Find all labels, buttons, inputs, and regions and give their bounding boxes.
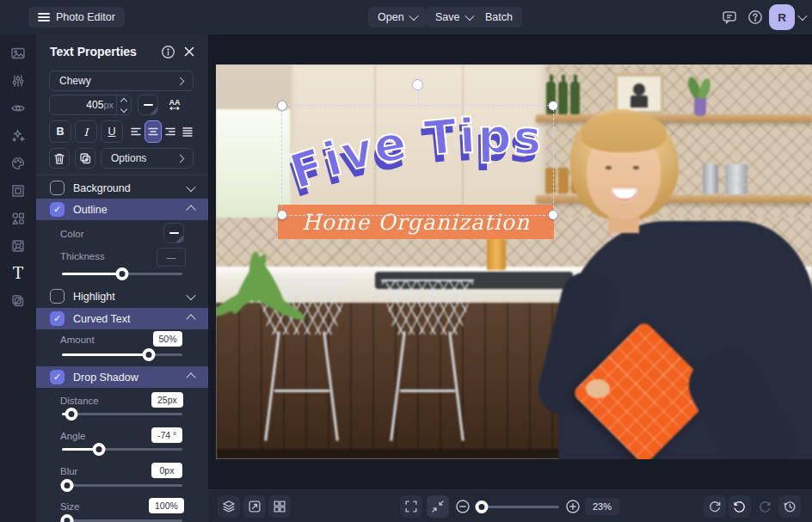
font-family-select[interactable]: Chewy [49,71,194,91]
chevron-right-icon [176,154,185,163]
eye-icon[interactable] [10,101,26,116]
font-size-stepper[interactable] [116,95,131,114]
angle-value[interactable]: -74 ° [151,427,182,443]
zoom-level-value[interactable]: 23% [585,498,619,515]
selection-handle-nw[interactable] [278,101,286,110]
stool [381,279,474,443]
section-drop-shadow[interactable]: ✓ Drop Shadow [36,366,208,388]
angle-label: Angle [60,431,85,441]
size-slider[interactable] [62,513,182,522]
zoom-out-icon[interactable] [454,498,471,515]
amount-value[interactable]: 50% [153,331,182,347]
italic-button[interactable]: I [75,120,97,143]
reset-icon[interactable] [704,495,726,518]
curved-text-checkbox[interactable]: ✓ [50,311,65,326]
open-button[interactable]: Open [368,7,427,28]
slider-handle[interactable] [116,267,129,280]
account-chevron-icon[interactable] [797,11,807,21]
section-background[interactable]: Background [36,177,208,199]
app-title: Photo Editor [56,11,115,23]
canvas-resize-icon[interactable] [243,495,266,518]
letter-spacing-button[interactable]: AA [164,95,185,115]
slider-handle[interactable] [60,514,73,522]
font-size-input[interactable]: 405px [49,95,132,115]
slider-handle[interactable] [475,501,488,513]
photo-canvas[interactable]: Home Organization Five Tips [216,64,812,459]
redo-icon[interactable] [754,495,776,518]
selection-handle-sw[interactable] [278,211,286,219]
chevron-down-icon [409,11,418,21]
slider-handle[interactable] [142,348,155,361]
thickness-value[interactable]: — [157,248,186,267]
grid-icon[interactable] [268,495,291,518]
text-color-swatch[interactable] [138,95,158,115]
slider-handle[interactable] [65,408,78,421]
text-selection-box[interactable] [281,105,554,216]
align-justify-button[interactable] [179,120,196,143]
menu-button[interactable]: Photo Editor [28,7,125,28]
size-label: Size [60,501,79,512]
delete-text-button[interactable] [49,148,70,169]
thickness-slider[interactable] [62,267,182,280]
rotate-stem [418,89,419,105]
frame-icon[interactable] [10,183,26,199]
outline-checkbox[interactable]: ✓ [50,202,65,217]
fit-screen-icon[interactable] [427,495,449,518]
dash-icon [169,232,179,234]
underline-button[interactable]: U [101,120,123,143]
distance-label: Distance [60,396,99,406]
background-checkbox[interactable] [50,181,65,195]
slider-handle[interactable] [60,479,73,492]
undo-icon[interactable] [729,495,751,518]
section-outline[interactable]: ✓ Outline [36,199,208,220]
rotate-handle[interactable] [413,80,422,89]
blur-label: Blur [60,466,77,476]
duplicate-text-button[interactable] [75,148,95,169]
selection-handle-se[interactable] [549,211,557,219]
info-icon[interactable] [161,45,175,59]
text-tool-icon[interactable]: T [10,266,26,281]
align-right-button[interactable] [162,120,179,143]
chevron-down-icon [464,11,474,21]
photo-icon[interactable] [10,46,26,61]
shapes-icon[interactable] [10,211,26,226]
distance-slider[interactable] [62,407,182,421]
palette-icon[interactable] [10,156,26,171]
chevron-up-icon [186,314,195,323]
align-center-button[interactable] [145,120,162,143]
texture-icon[interactable] [10,238,26,254]
angle-slider[interactable] [62,442,182,456]
amount-label: Amount [60,335,95,345]
highlight-checkbox[interactable] [50,289,65,304]
help-icon[interactable] [747,9,764,26]
dash-icon [144,104,153,106]
fullscreen-icon[interactable] [400,495,422,518]
sparkles-icon[interactable] [10,128,26,144]
zoom-in-icon[interactable] [564,498,581,515]
outline-color-swatch[interactable] [163,223,184,243]
blur-value[interactable]: 0px [151,463,182,478]
bold-button[interactable]: B [49,120,71,143]
batch-button[interactable]: Batch [476,7,522,28]
history-icon[interactable] [778,495,801,518]
avatar[interactable]: R [769,4,795,30]
distance-value[interactable]: 25px [151,392,183,408]
font-family-value: Chewy [59,75,91,87]
duplicate-icon[interactable] [10,293,26,309]
selection-handle-ne[interactable] [549,101,557,110]
amount-slider[interactable] [62,347,182,361]
save-button[interactable]: Save [426,7,483,28]
close-icon[interactable] [182,45,196,58]
section-curved-text[interactable]: ✓ Curved Text [36,308,208,329]
adjust-icon[interactable] [10,73,26,89]
section-highlight[interactable]: Highlight [36,286,208,307]
feedback-icon[interactable] [721,9,738,26]
slider-handle[interactable] [93,443,106,456]
zoom-slider[interactable] [477,500,559,513]
blur-slider[interactable] [62,478,182,492]
layers-icon[interactable] [218,495,240,518]
align-left-button[interactable] [127,120,145,143]
size-value[interactable]: 100% [149,498,184,513]
options-button[interactable]: Options [101,148,194,169]
drop-shadow-checkbox[interactable]: ✓ [50,370,65,384]
